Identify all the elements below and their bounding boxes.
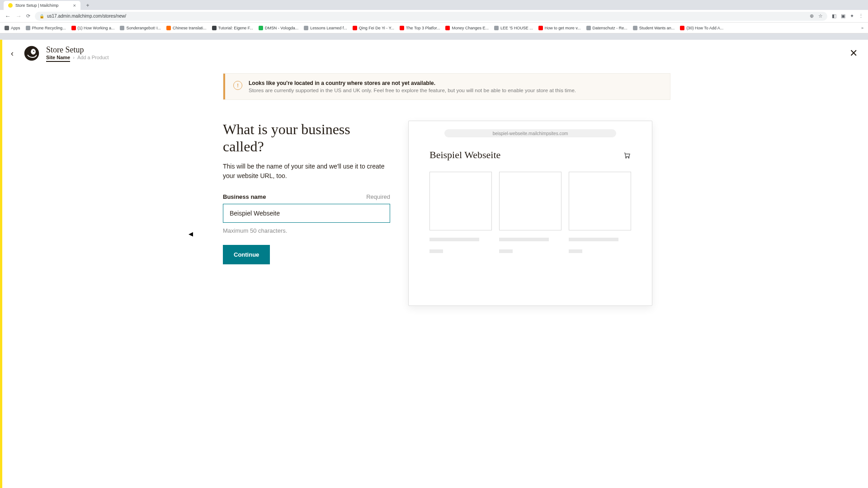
apps-icon	[5, 26, 9, 30]
continue-button[interactable]: Continue	[223, 245, 270, 264]
apps-label: Apps	[11, 26, 20, 30]
breadcrumb-separator-icon: ›	[73, 55, 75, 62]
bookmark-favicon	[304, 26, 308, 30]
warning-banner: ! Looks like you're located in a country…	[223, 73, 670, 100]
business-name-input[interactable]	[223, 204, 390, 223]
bookmark-favicon	[259, 26, 263, 30]
preview-product-card	[499, 172, 561, 253]
bookmark-item[interactable]: LEE 'S HOUSE ...	[494, 26, 533, 30]
extension-icon[interactable]: ▣	[841, 13, 845, 19]
bookmark-label: Phone Recycling...	[32, 26, 66, 30]
bookmark-favicon	[680, 26, 684, 30]
bookmark-favicon	[538, 26, 543, 30]
url-text: us17.admin.mailchimp.com/stores/new/	[47, 14, 126, 19]
bookmark-label: LEE 'S HOUSE ...	[500, 26, 533, 30]
tab-close-icon[interactable]: ×	[73, 3, 76, 8]
bookmark-item[interactable]: Sonderangebot! I...	[120, 26, 161, 30]
preview-skeleton-line	[499, 249, 513, 253]
preview-product-image	[429, 172, 492, 230]
warning-icon: !	[233, 81, 242, 90]
form-column: What is your business called? This will …	[223, 121, 390, 306]
svg-point-4	[628, 157, 629, 158]
preview-url: beispiel-webseite.mailchimpsites.com	[493, 131, 568, 136]
form-heading: What is your business called?	[223, 121, 390, 155]
page-title: Store Setup	[46, 45, 109, 55]
input-hint: Maximum 50 characters.	[223, 227, 390, 234]
preview-site-title: Beispiel Webseite	[429, 149, 500, 161]
puzzle-icon[interactable]: ✦	[850, 13, 854, 19]
browser-chrome: Store Setup | Mailchimp × + ← → ⟳ 🔒 us17…	[0, 0, 868, 40]
forward-button[interactable]: →	[15, 13, 22, 19]
translate-icon[interactable]: ⊕	[810, 13, 814, 19]
browser-toolbar: ← → ⟳ 🔒 us17.admin.mailchimp.com/stores/…	[0, 10, 868, 23]
bookmarks-bar: Apps Phone Recycling... (1) How Working …	[0, 23, 868, 33]
preview-skeleton-line	[429, 249, 443, 253]
bookmark-favicon	[445, 26, 450, 30]
bookmark-favicon	[494, 26, 499, 30]
bookmark-label: Qing Fei De Yi - Y...	[359, 26, 394, 30]
bookmark-item[interactable]: Student Wants an...	[633, 26, 675, 30]
bookmark-item[interactable]: Lessons Learned f...	[304, 26, 347, 30]
bookmark-favicon	[166, 26, 171, 30]
bookmark-item[interactable]: Phone Recycling...	[26, 26, 66, 30]
bookmark-label: DMSN - Vologda...	[265, 26, 299, 30]
bookmark-item[interactable]: Qing Fei De Yi - Y...	[353, 26, 394, 30]
browser-tab[interactable]: Store Setup | Mailchimp ×	[4, 1, 80, 10]
bookmark-favicon	[586, 26, 591, 30]
star-icon[interactable]: ☆	[818, 13, 823, 19]
tab-strip: Store Setup | Mailchimp × +	[0, 0, 868, 10]
bookmark-item[interactable]: (30) How To Add A...	[680, 26, 723, 30]
app-content: ‹ Store Setup Site Name › Add a Product …	[0, 40, 868, 488]
bookmark-favicon	[71, 26, 76, 30]
bookmark-item[interactable]: The Top 3 Platfor...	[400, 26, 440, 30]
address-bar[interactable]: 🔒 us17.admin.mailchimp.com/stores/new/ ⊕…	[35, 12, 827, 21]
input-label: Business name	[223, 193, 266, 200]
breadcrumb: Site Name › Add a Product	[46, 55, 109, 62]
preview-product-card	[429, 172, 492, 253]
svg-point-3	[626, 157, 627, 158]
required-indicator: Required	[366, 193, 390, 200]
bookmark-item[interactable]: Chinese translati...	[166, 26, 207, 30]
bookmark-label: How to get more v...	[545, 26, 581, 30]
preview-skeleton-line	[569, 238, 618, 241]
bookmark-label: Tutorial: Eigene F...	[218, 26, 253, 30]
close-button[interactable]: ✕	[847, 47, 860, 60]
extension-icon[interactable]: ◧	[832, 13, 836, 19]
bookmark-favicon	[400, 26, 404, 30]
form-description: This will be the name of your site and w…	[223, 162, 390, 181]
mailchimp-logo	[24, 45, 40, 61]
tab-favicon	[8, 3, 13, 8]
bookmark-label: Datenschutz - Re...	[593, 26, 627, 30]
preview-product-image	[499, 172, 561, 230]
cart-icon	[623, 151, 631, 159]
bookmark-item[interactable]: Money Changes E...	[445, 26, 489, 30]
bookmark-item[interactable]: Tutorial: Eigene F...	[212, 26, 253, 30]
lock-icon: 🔒	[39, 14, 44, 19]
preview-skeleton-line	[429, 238, 479, 241]
back-caret-icon[interactable]: ‹	[11, 49, 17, 58]
bookmarks-overflow[interactable]: »	[861, 26, 863, 30]
bookmark-label: Chinese translati...	[173, 26, 207, 30]
bookmark-favicon	[353, 26, 357, 30]
breadcrumb-current[interactable]: Site Name	[46, 55, 70, 62]
bookmark-label: Lessons Learned f...	[310, 26, 347, 30]
bookmark-item[interactable]: How to get more v...	[538, 26, 581, 30]
new-tab-button[interactable]: +	[84, 2, 91, 9]
preview-product-image	[569, 172, 631, 230]
reload-button[interactable]: ⟳	[26, 13, 30, 19]
bookmark-label: Sonderangebot! I...	[126, 26, 161, 30]
menu-icon[interactable]: ⋮	[859, 13, 863, 19]
preview-skeleton-line	[499, 238, 549, 241]
tab-title: Store Setup | Mailchimp	[15, 3, 58, 8]
bookmark-label: (1) How Working a...	[78, 26, 115, 30]
back-button[interactable]: ←	[5, 13, 11, 19]
bookmark-item[interactable]: DMSN - Vologda...	[259, 26, 299, 30]
bookmark-label: The Top 3 Platfor...	[406, 26, 440, 30]
bookmark-item[interactable]: (1) How Working a...	[71, 26, 115, 30]
preview-url-bar: beispiel-webseite.mailchimpsites.com	[444, 129, 616, 137]
apps-shortcut[interactable]: Apps	[5, 26, 20, 30]
brand-accent-bar	[0, 40, 2, 488]
bookmark-favicon	[26, 26, 30, 30]
bookmark-label: Money Changes E...	[452, 26, 489, 30]
bookmark-item[interactable]: Datenschutz - Re...	[586, 26, 627, 30]
